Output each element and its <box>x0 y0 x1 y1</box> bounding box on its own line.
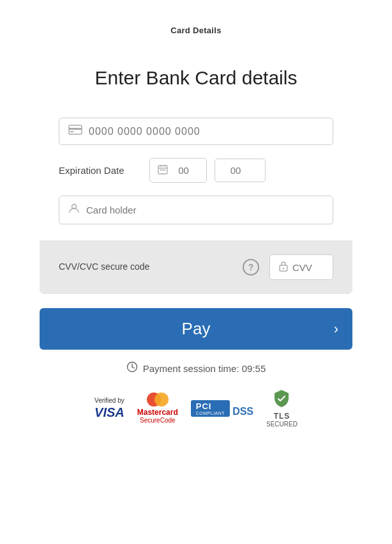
clock-icon <box>126 361 138 376</box>
cvv-input[interactable] <box>292 262 324 273</box>
expiration-row: Expiration Date <box>59 158 333 183</box>
svg-rect-9 <box>164 169 165 171</box>
pci-badge: PCI COMPLIANT DSS <box>191 400 253 417</box>
calendar-icon <box>158 164 168 176</box>
card-top-section: Expiration Date <box>40 102 352 240</box>
cardholder-input[interactable] <box>86 205 324 215</box>
mc-circle-right <box>155 392 169 407</box>
session-timer: Payment session time: 09:55 <box>126 361 266 376</box>
dss-text: DSS <box>232 407 253 417</box>
cardholder-field[interactable] <box>59 196 333 224</box>
mastercard-label-text: Mastercard <box>137 408 178 417</box>
visa-badge: Verified by VISA <box>94 397 124 420</box>
svg-line-15 <box>132 367 135 368</box>
card-number-field[interactable] <box>59 118 333 145</box>
mastercard-sub-text: SecureCode <box>140 417 176 424</box>
visa-brand-text: VISA <box>94 405 124 420</box>
tls-label-text: TLS <box>274 412 290 421</box>
tls-badge: TLS SECURED <box>266 389 298 428</box>
card-bottom-section: CVV/CVC secure code ? <box>40 240 352 294</box>
tls-shield-icon <box>273 389 290 412</box>
pci-logo-row: PCI COMPLIANT DSS <box>191 400 253 417</box>
tab-title: Card Details <box>170 26 221 35</box>
pci-logo-top: PCI <box>191 400 230 411</box>
card-number-input[interactable] <box>89 126 324 137</box>
person-icon <box>68 203 80 217</box>
svg-rect-1 <box>69 128 82 130</box>
trust-badges: Verified by VISA Mastercard SecureCode P… <box>94 389 298 428</box>
expiry-month-field[interactable] <box>149 158 207 183</box>
cvv-label: CVV/CVC secure code <box>59 261 232 274</box>
svg-rect-7 <box>160 169 162 171</box>
cvv-field[interactable] <box>269 254 333 280</box>
verified-by-text: Verified by <box>94 397 124 405</box>
svg-rect-2 <box>70 131 73 132</box>
credit-card-icon <box>68 125 82 138</box>
pay-label: Pay <box>182 319 211 339</box>
cvv-help-button[interactable]: ? <box>243 259 259 276</box>
cvv-row: CVV/CVC secure code ? <box>59 254 333 280</box>
expiry-year-input[interactable] <box>223 165 248 176</box>
pci-logo-bottom: COMPLIANT <box>191 411 230 417</box>
mastercard-circles <box>147 392 169 407</box>
svg-rect-8 <box>162 169 163 171</box>
chevron-right-icon: › <box>334 321 338 338</box>
expiry-year-field[interactable] <box>215 159 266 182</box>
pay-button[interactable]: Pay › <box>40 308 352 350</box>
svg-point-12 <box>283 268 284 269</box>
expiration-label: Expiration Date <box>59 165 142 176</box>
tls-secured-text: SECURED <box>266 421 298 428</box>
timer-text: Payment session time: 09:55 <box>143 363 266 374</box>
expiry-month-input[interactable] <box>172 165 195 176</box>
page-title: Enter Bank Card details <box>95 67 298 89</box>
mastercard-badge: Mastercard SecureCode <box>137 392 178 424</box>
card-form-container: Expiration Date <box>40 102 352 294</box>
lock-icon <box>279 261 288 274</box>
